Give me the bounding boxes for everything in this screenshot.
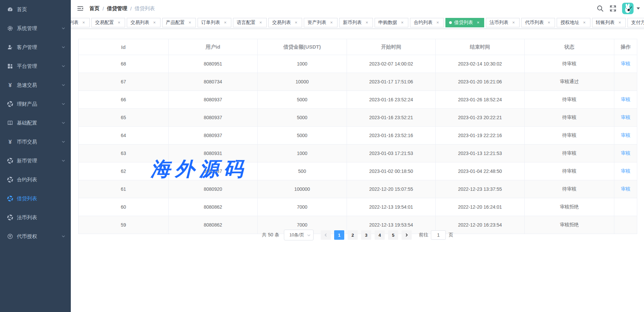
tab-label: 代币列表 <box>525 20 544 26</box>
yen-icon: ¥ <box>7 138 13 145</box>
tab-10[interactable]: 合约列表× <box>410 18 444 27</box>
tab-2[interactable]: 交易列表× <box>127 18 160 27</box>
fullscreen-icon[interactable] <box>609 5 617 12</box>
sidebar-item-5[interactable]: 理财产品 <box>0 95 71 113</box>
page-button-4[interactable]: 4 <box>375 230 385 240</box>
close-icon[interactable]: × <box>617 20 622 25</box>
cell-start_time: 2022-12-20 15:07:55 <box>347 180 436 198</box>
sidebar-item-label: 借贷列表 <box>17 196 37 202</box>
close-icon[interactable]: × <box>258 20 263 25</box>
close-icon[interactable]: × <box>187 20 192 25</box>
review-link[interactable]: 审核 <box>621 168 631 174</box>
sidebar-item-2[interactable]: 客户管理 <box>0 38 71 57</box>
caret-down-icon[interactable] <box>637 7 640 9</box>
prev-page-button[interactable] <box>321 230 331 240</box>
review-link[interactable]: 审核 <box>621 61 631 66</box>
hamburger-icon[interactable] <box>77 5 84 12</box>
sidebar-item-0[interactable]: 首页 <box>0 0 71 19</box>
page-size-select[interactable]: 10条/页 <box>284 230 314 240</box>
sidebar-item-label: 客户管理 <box>17 44 37 51</box>
table-row: 6280809475002023-01-02 00:18:502023-01-0… <box>79 162 637 180</box>
review-link[interactable]: 审核 <box>621 97 631 102</box>
next-page-button[interactable] <box>402 230 412 240</box>
cell-end_time: 2023-01-20 16:21:06 <box>436 73 525 91</box>
tab-5[interactable]: 语言配置× <box>233 18 267 27</box>
sidebar-item-11[interactable]: 法币列表 <box>0 208 71 227</box>
sidebar-item-1[interactable]: 系统管理 <box>0 19 71 38</box>
review-link[interactable]: 审核 <box>621 186 631 191</box>
ring-icon <box>7 195 13 202</box>
sidebar-item-10[interactable]: 借贷列表 <box>0 189 71 208</box>
loans-table: Id用户id借贷金额(USDT)开始时间结束时间状态操作 68808095110… <box>78 39 637 234</box>
close-icon[interactable]: × <box>329 20 334 25</box>
sidebar-item-3[interactable]: 平台管理 <box>0 57 71 76</box>
column-header: 操作 <box>614 39 637 55</box>
cell-end_time: 2023-01-04 22:48:50 <box>436 162 525 180</box>
cell-amount: 1000 <box>258 55 347 73</box>
ring-icon <box>7 101 13 107</box>
tab-16[interactable]: 支付方式× <box>627 18 644 27</box>
close-icon[interactable]: × <box>223 20 228 25</box>
sidebar-item-9[interactable]: 合约列表 <box>0 170 71 189</box>
cell-status: 待审核 <box>525 109 614 127</box>
jump-suffix: 页 <box>448 232 453 238</box>
breadcrumb-item-0[interactable]: 首页 <box>89 5 99 12</box>
column-header: 用户id <box>169 39 258 55</box>
review-link[interactable]: 审核 <box>621 114 631 120</box>
tab-1[interactable]: 交易配置× <box>91 18 125 27</box>
table-row: 60808086270002022-12-13 19:54:012022-12-… <box>79 198 637 216</box>
cell-start_time: 2023-01-16 23:52:16 <box>347 127 436 145</box>
sidebar-item-label: 系统管理 <box>17 25 37 32</box>
sidebar-item-label: 理财产品 <box>17 101 37 107</box>
tab-4[interactable]: 订单列表× <box>198 18 231 27</box>
tab-14[interactable]: 授权地址× <box>557 18 590 27</box>
close-icon[interactable]: × <box>582 20 587 25</box>
sidebar-item-4[interactable]: ¥急速交易 <box>0 76 71 95</box>
avatar[interactable] <box>622 3 634 14</box>
book-icon <box>7 120 13 126</box>
breadcrumb-item-1[interactable]: 借贷管理 <box>107 5 127 12</box>
page-button-2[interactable]: 2 <box>348 230 358 240</box>
cell-id: 63 <box>79 145 169 162</box>
close-icon[interactable]: × <box>511 20 516 25</box>
close-icon[interactable]: × <box>400 20 405 25</box>
sidebar-item-7[interactable]: ¥币币交易 <box>0 132 71 151</box>
close-icon[interactable]: × <box>152 20 157 25</box>
tab-9[interactable]: 申购数据× <box>375 18 408 27</box>
tab-0[interactable]: 单列表× <box>71 18 90 27</box>
close-icon[interactable]: × <box>117 20 121 25</box>
close-icon[interactable]: × <box>364 20 369 25</box>
tab-11[interactable]: 借贷列表× <box>445 18 484 27</box>
pagination: 共 50 条 10条/页 12345 前往 页 <box>78 230 637 240</box>
tab-7[interactable]: 资产列表× <box>304 18 338 27</box>
close-icon[interactable]: × <box>81 20 86 25</box>
cell-start_time: 2023-01-03 17:21:53 <box>347 145 436 162</box>
close-icon[interactable]: × <box>476 20 480 25</box>
cell-id: 62 <box>79 162 169 180</box>
tab-13[interactable]: 代币列表× <box>521 18 555 27</box>
page-button-3[interactable]: 3 <box>361 230 371 240</box>
tab-3[interactable]: 产品配置× <box>162 18 196 27</box>
search-icon[interactable] <box>596 5 604 12</box>
table-row: 678080734100002023-01-17 17:51:062023-01… <box>79 73 637 91</box>
page-button-1[interactable]: 1 <box>334 230 344 240</box>
tab-12[interactable]: 法币列表× <box>486 18 520 27</box>
close-icon[interactable]: × <box>547 20 551 25</box>
sidebar-item-12[interactable]: 代币授权 <box>0 227 71 246</box>
review-link[interactable]: 审核 <box>621 132 631 138</box>
cell-start_time: 2023-01-16 23:52:24 <box>347 91 436 109</box>
jump-page-input[interactable] <box>431 230 446 240</box>
page-button-5[interactable]: 5 <box>388 230 398 240</box>
sidebar-item-8[interactable]: 新币管理 <box>0 151 71 170</box>
review-link[interactable]: 审核 <box>621 150 631 156</box>
cell-end_time: 2023-01-26 18:52:24 <box>436 91 525 109</box>
cell-status: 待审核 <box>525 180 614 198</box>
tab-8[interactable]: 新币列表× <box>339 18 373 27</box>
tab-15[interactable]: 转账列表× <box>592 18 626 27</box>
close-icon[interactable]: × <box>435 20 440 25</box>
sidebar-item-6[interactable]: 基础配置 <box>0 113 71 132</box>
sidebar: 首页系统管理客户管理平台管理¥急速交易理财产品基础配置¥币币交易新币管理合约列表… <box>0 0 71 312</box>
pagination-total: 共 50 条 <box>262 232 279 238</box>
tab-6[interactable]: 交易列表× <box>268 18 302 27</box>
close-icon[interactable]: × <box>294 20 298 25</box>
